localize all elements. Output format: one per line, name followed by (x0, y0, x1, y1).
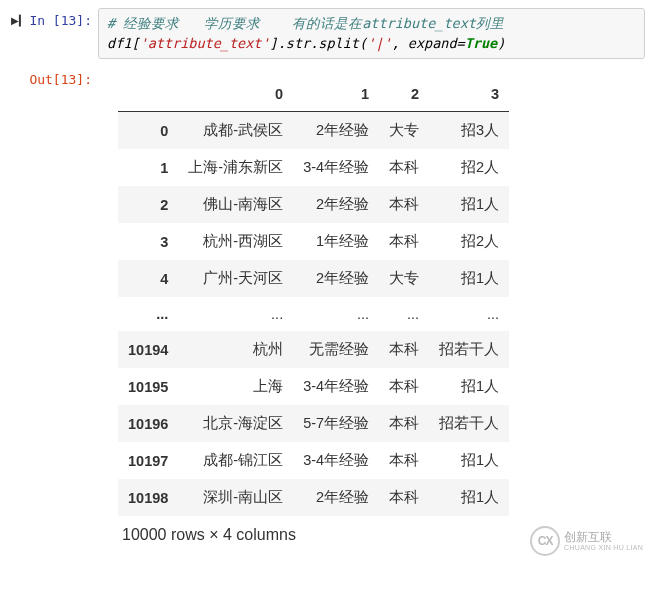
out-prompt: Out[13]: (8, 67, 98, 87)
table-row: ............... (118, 297, 509, 331)
cell: ... (178, 297, 293, 331)
cell: 2年经验 (293, 260, 379, 297)
row-index: 2 (118, 186, 178, 223)
cell: 本科 (379, 368, 429, 405)
table-row: 3杭州-西湖区1年经验本科招2人 (118, 223, 509, 260)
cell: 2年经验 (293, 112, 379, 150)
row-index: 1 (118, 149, 178, 186)
row-index: ... (118, 297, 178, 331)
row-index: 3 (118, 223, 178, 260)
cell: 3-4年经验 (293, 149, 379, 186)
run-icon[interactable]: ▶▎ (11, 15, 27, 26)
cell: 本科 (379, 479, 429, 516)
row-index: 10195 (118, 368, 178, 405)
cell: 招2人 (429, 223, 509, 260)
dataframe-table: 0 1 2 3 0成都-武侯区2年经验大专招3人1上海-浦东新区3-4年经验本科… (118, 77, 509, 516)
cell: 北京-海淀区 (178, 405, 293, 442)
col-header: 2 (379, 77, 429, 112)
cell: 招若干人 (429, 331, 509, 368)
index-header (118, 77, 178, 112)
cell: 2年经验 (293, 186, 379, 223)
table-row: 10196北京-海淀区5-7年经验本科招若干人 (118, 405, 509, 442)
cell: 杭州-西湖区 (178, 223, 293, 260)
col-header: 1 (293, 77, 379, 112)
output-cell: Out[13]: 0 1 2 3 0成都-武侯区2年经验大专招3人1上海-浦东新… (8, 67, 645, 546)
code-seg: ].str.split( (270, 35, 368, 51)
cell: 1年经验 (293, 223, 379, 260)
row-index: 4 (118, 260, 178, 297)
cell: 招3人 (429, 112, 509, 150)
cell: 招1人 (429, 186, 509, 223)
cell: 招1人 (429, 442, 509, 479)
row-index: 10196 (118, 405, 178, 442)
col-header: 0 (178, 77, 293, 112)
table-row: 10198深圳-南山区2年经验本科招1人 (118, 479, 509, 516)
cell: 招若干人 (429, 405, 509, 442)
watermark-py: CHUANG XIN HU LIAN (564, 544, 643, 552)
cell: 招1人 (429, 368, 509, 405)
row-index: 10194 (118, 331, 178, 368)
cell: 上海 (178, 368, 293, 405)
code-seg: ) (497, 35, 505, 51)
cell: 深圳-南山区 (178, 479, 293, 516)
output-area: 0 1 2 3 0成都-武侯区2年经验大专招3人1上海-浦东新区3-4年经验本科… (98, 67, 645, 546)
cell: 招1人 (429, 260, 509, 297)
row-index: 10197 (118, 442, 178, 479)
cell: 成都-锦江区 (178, 442, 293, 479)
code-str: '|' (367, 35, 391, 51)
col-header: 3 (429, 77, 509, 112)
cell: ... (293, 297, 379, 331)
table-row: 0成都-武侯区2年经验大专招3人 (118, 112, 509, 150)
cell: 5-7年经验 (293, 405, 379, 442)
cell: 3-4年经验 (293, 442, 379, 479)
code-seg: df1[ (107, 35, 140, 51)
cell: 佛山-南海区 (178, 186, 293, 223)
row-index: 0 (118, 112, 178, 150)
watermark: CX 创新互联 CHUANG XIN HU LIAN (530, 526, 643, 556)
watermark-cn: 创新互联 (564, 531, 643, 544)
cell: 本科 (379, 405, 429, 442)
cell: ... (379, 297, 429, 331)
cell: 无需经验 (293, 331, 379, 368)
cell: ... (429, 297, 509, 331)
table-row: 4广州-天河区2年经验大专招1人 (118, 260, 509, 297)
input-cell: ▶▎In [13]: # 经验要求 学历要求 有的话是在attribute_te… (8, 8, 645, 59)
cell: 招1人 (429, 479, 509, 516)
cell: 大专 (379, 260, 429, 297)
cell: 招2人 (429, 149, 509, 186)
cell: 本科 (379, 223, 429, 260)
cell: 杭州 (178, 331, 293, 368)
code-bool: True (465, 35, 498, 51)
table-row: 1上海-浦东新区3-4年经验本科招2人 (118, 149, 509, 186)
watermark-logo-icon: CX (530, 526, 560, 556)
in-prompt-label: In [13]: (29, 13, 92, 28)
code-input[interactable]: # 经验要求 学历要求 有的话是在attribute_text列里 df1['a… (98, 8, 645, 59)
code-comment: # 经验要求 学历要求 有的话是在attribute_text列里 (107, 15, 504, 31)
table-row: 10194杭州无需经验本科招若干人 (118, 331, 509, 368)
cell: 大专 (379, 112, 429, 150)
table-row: 10195上海3-4年经验本科招1人 (118, 368, 509, 405)
cell: 成都-武侯区 (178, 112, 293, 150)
table-row: 10197成都-锦江区3-4年经验本科招1人 (118, 442, 509, 479)
in-prompt: ▶▎In [13]: (8, 8, 98, 28)
cell: 上海-浦东新区 (178, 149, 293, 186)
out-prompt-label: Out[13]: (29, 72, 92, 87)
cell: 本科 (379, 149, 429, 186)
cell: 本科 (379, 186, 429, 223)
cell: 本科 (379, 442, 429, 479)
row-index: 10198 (118, 479, 178, 516)
cell: 本科 (379, 331, 429, 368)
code-seg: , expand= (392, 35, 465, 51)
code-str: 'attribute_text' (140, 35, 270, 51)
cell: 3-4年经验 (293, 368, 379, 405)
cell: 广州-天河区 (178, 260, 293, 297)
table-row: 2佛山-南海区2年经验本科招1人 (118, 186, 509, 223)
cell: 2年经验 (293, 479, 379, 516)
